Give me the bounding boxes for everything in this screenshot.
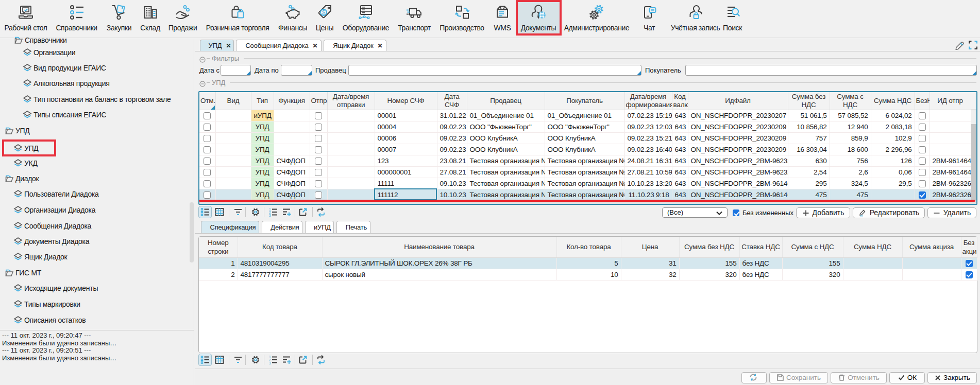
svg-text:3: 3 [269,361,271,365]
svg-text:$: $ [322,9,325,15]
svg-text:3: 3 [269,214,271,217]
